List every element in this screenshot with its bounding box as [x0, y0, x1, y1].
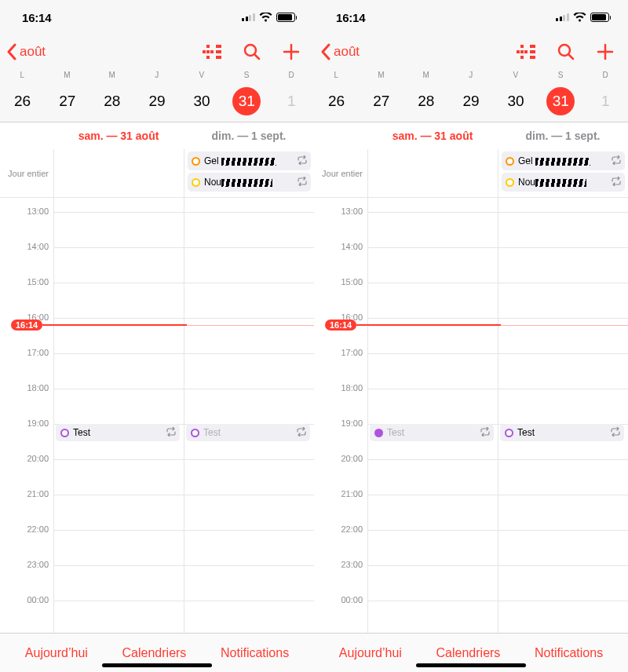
date-cell[interactable]: 29: [134, 87, 179, 115]
event-label: Test: [517, 427, 535, 438]
date-num: 1: [277, 87, 305, 115]
redacted-text: [535, 179, 586, 187]
svg-rect-17: [530, 45, 535, 48]
event-label: Gel: [204, 155, 219, 166]
hour-label: 23:00: [0, 560, 53, 569]
allday-event[interactable]: Nou: [502, 173, 625, 192]
weekday-label: M: [359, 71, 403, 79]
calendars-button[interactable]: Calendriers: [122, 646, 187, 660]
date-cell[interactable]: 30: [494, 87, 539, 115]
add-button[interactable]: [283, 43, 300, 60]
event-color-icon: [506, 178, 514, 187]
date-cell[interactable]: 26: [314, 87, 359, 115]
date-cell[interactable]: 28: [89, 87, 134, 115]
event-label: Test: [73, 427, 90, 438]
event-color-icon: [505, 429, 513, 437]
hour-label: 22:00: [314, 524, 367, 534]
inbox-button[interactable]: Notifications: [535, 646, 603, 660]
battery-icon: [590, 13, 612, 22]
day-title-selected: sam. — 31 août: [367, 130, 498, 142]
today-button[interactable]: Aujourd’hui: [339, 646, 402, 660]
svg-rect-2: [206, 50, 210, 53]
hour-label: 18:00: [0, 383, 53, 393]
weekday-label: V: [494, 71, 539, 79]
day-title-selected: sam. — 31 août: [53, 130, 184, 142]
svg-line-9: [255, 55, 260, 60]
timed-event[interactable]: Test: [500, 424, 624, 441]
date-cell[interactable]: 1: [583, 87, 628, 115]
event-color-icon: [506, 157, 514, 166]
list-grid-icon: [203, 45, 221, 59]
weekday-labels: L M M J V S D: [314, 69, 628, 81]
hour-label: 17:00: [0, 348, 53, 357]
day-titles: sam. — 31 août dim. — 1 sept.: [0, 122, 314, 149]
inbox-button[interactable]: Notifications: [221, 646, 289, 660]
weekday-label: J: [448, 71, 493, 79]
weekday-label: M: [403, 71, 448, 79]
status-time: 16:14: [336, 11, 365, 24]
timed-event[interactable]: Test: [370, 424, 494, 441]
add-button[interactable]: [597, 43, 614, 60]
nav-bar: août: [0, 35, 314, 69]
weekday-labels: L M M J V S D: [0, 69, 314, 81]
status-bar: 16:14: [0, 0, 314, 35]
allday-sunday[interactable]: Gel Nou: [498, 149, 628, 197]
allday-row: Jour entier Gel Nou: [0, 149, 314, 198]
cellular-icon: [556, 13, 569, 21]
view-mode-button[interactable]: [517, 45, 535, 59]
calendars-button[interactable]: Calendriers: [436, 646, 501, 660]
repeat-icon: [612, 155, 621, 167]
home-indicator[interactable]: [102, 663, 212, 667]
home-indicator[interactable]: [416, 663, 526, 667]
timed-event[interactable]: Test: [56, 424, 180, 441]
repeat-icon: [611, 427, 620, 439]
event-color-icon: [192, 157, 200, 166]
weekday-label: V: [180, 71, 225, 79]
date-cell[interactable]: 27: [359, 87, 403, 115]
timeline[interactable]: 13:0014:0015:0016:0017:0018:0019:0020:00…: [314, 198, 628, 633]
date-cell[interactable]: 27: [45, 87, 89, 115]
day-title-next: dim. — 1 sept.: [498, 130, 628, 142]
svg-rect-16: [520, 56, 524, 59]
date-cell[interactable]: 29: [448, 87, 493, 115]
repeat-icon: [298, 155, 307, 167]
search-icon: [557, 43, 575, 60]
back-button[interactable]: août: [6, 43, 46, 60]
date-cell[interactable]: 28: [403, 87, 448, 115]
allday-event[interactable]: Gel: [502, 152, 625, 170]
date-cell[interactable]: 30: [180, 87, 225, 115]
repeat-icon: [612, 177, 621, 188]
now-line: [42, 324, 187, 326]
back-button[interactable]: août: [320, 43, 360, 60]
allday-sunday[interactable]: Gel Nou: [184, 149, 314, 197]
date-cell[interactable]: 31: [539, 87, 583, 115]
screen-right: 16:14 août L M M J V S D 26 27: [314, 0, 628, 672]
search-button[interactable]: [557, 43, 575, 60]
column-divider: [498, 198, 498, 633]
list-grid-icon: [517, 45, 535, 59]
date-cell[interactable]: 1: [269, 87, 314, 115]
timeline[interactable]: 13:0014:0015:0016:0017:0018:0019:0020:00…: [0, 198, 314, 633]
search-button[interactable]: [243, 43, 261, 60]
hour-label: 20:00: [0, 454, 53, 463]
allday-event[interactable]: Gel: [188, 152, 311, 170]
allday-saturday[interactable]: [53, 149, 184, 197]
date-cell[interactable]: 26: [0, 87, 45, 115]
date-num-selected: 31: [546, 87, 575, 115]
timed-event[interactable]: Test: [186, 424, 310, 441]
date-cell[interactable]: 31: [225, 87, 269, 115]
hour-label: 18:00: [314, 383, 367, 393]
svg-rect-12: [520, 45, 524, 48]
screen-left: 16:14 août L M M J V S D 26 27: [0, 0, 314, 672]
event-label: Test: [387, 427, 404, 438]
today-button[interactable]: Aujourd’hui: [25, 646, 88, 660]
weekday-label: D: [583, 71, 628, 79]
status-bar: 16:14: [314, 0, 628, 35]
allday-event[interactable]: Nou: [188, 173, 311, 192]
weekday-label: S: [225, 71, 269, 79]
event-label: Gel: [518, 155, 533, 166]
chevron-left-icon: [6, 43, 16, 60]
view-mode-button[interactable]: [203, 45, 221, 59]
allday-saturday[interactable]: [367, 149, 498, 197]
date-num: 29: [143, 87, 171, 115]
